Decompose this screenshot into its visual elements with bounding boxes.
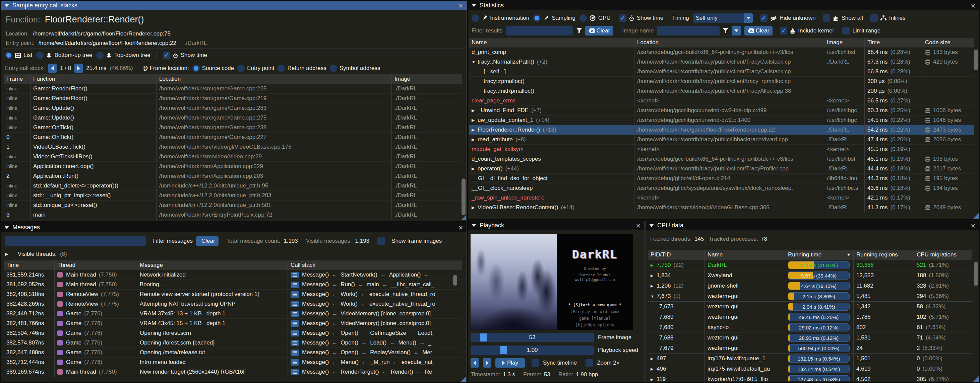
- stats-row[interactable]: module_get_kallsym<kernel><kernel>45.5 m…: [469, 144, 974, 154]
- resize-grip[interactable]: [461, 215, 466, 220]
- show-time-toggle[interactable]: ✓Show time: [163, 52, 207, 59]
- column-header-code-size[interactable]: Code size: [922, 38, 974, 47]
- expander-closed[interactable]: ▶: [472, 128, 477, 132]
- message-row[interactable]: 382,449,712nsGame(7,776)VRAM 37x45: 13 +…: [4, 309, 462, 318]
- call-stack-button[interactable]: [291, 301, 299, 307]
- view-mode-list[interactable]: List: [5, 52, 32, 59]
- message-row[interactable]: 382,574,807nsGame(7,776)Opening /forest.…: [4, 338, 462, 348]
- toggle-hide-unknown[interactable]: ✓Hide unknown: [760, 14, 816, 22]
- call-stack-button[interactable]: [291, 330, 299, 337]
- limit-range-toggle[interactable]: Limit range: [842, 27, 880, 35]
- column-header-pid/tid[interactable]: PID/TID: [648, 250, 705, 260]
- frame-location-entry-point[interactable]: Entry point: [237, 65, 274, 72]
- column-header-message[interactable]: Message: [137, 261, 288, 270]
- call-stack-button[interactable]: [291, 359, 299, 366]
- message-row[interactable]: 381,692,052nsMain thread(7,750)Booting..…: [4, 280, 462, 289]
- column-header-thread[interactable]: Thread: [55, 261, 137, 270]
- play-button[interactable]: Play: [495, 358, 525, 367]
- image-filter-dropdown-button[interactable]: [732, 26, 741, 35]
- table-row[interactable]: inlineGame::OnTick()/home/wolf/darkrl/sr…: [4, 122, 462, 132]
- clear-filter-button[interactable]: Clear: [585, 26, 614, 35]
- stats-row[interactable]: tracy::rpmalloc()/home/wolf/darkrl/contr…: [469, 76, 974, 86]
- table-row[interactable]: inlineGame::Update()/home/wolf/darkrl/sr…: [4, 103, 462, 113]
- table-row[interactable]: inlinestd::unique_ptr<>::reset()/usr/inc…: [4, 200, 462, 210]
- show-time-checkbox[interactable]: ✓: [619, 14, 627, 22]
- zoom-2x-checkbox[interactable]: [585, 359, 593, 367]
- expander-closed[interactable]: ▶: [472, 108, 477, 113]
- stats-row[interactable]: ▶VideoGLBase::RenderContent()(+14)/home/…: [469, 203, 974, 212]
- include-kernel-toggle[interactable]: ✓Include kernel: [780, 27, 834, 35]
- expander-open[interactable]: ▼: [651, 294, 657, 298]
- table-row[interactable]: inlineApplication::InnerLoop()/home/wolf…: [4, 161, 462, 171]
- table-row[interactable]: inlineGame::RenderFloor()/home/wolf/dark…: [4, 93, 462, 103]
- column-header-image[interactable]: Image: [824, 38, 865, 47]
- collapse-icon[interactable]: [649, 224, 654, 227]
- expander-closed[interactable]: ▶: [651, 356, 657, 361]
- cpu-row[interactable]: ▼7,673(5)wezterm-gui2.15 s (8.86%)5,4852…: [648, 291, 972, 301]
- stats-row[interactable]: __GI__dl_find_dso_for_object/usr/src/deb…: [469, 173, 974, 183]
- call-stack-button[interactable]: [291, 320, 299, 327]
- table-row[interactable]: inlineVideo::GetTicksHiRes()/home/wolf/d…: [4, 152, 462, 161]
- message-row[interactable]: 389,169,674nsMain thread(7,750)New rende…: [4, 367, 462, 377]
- column-header-cpu-migrations[interactable]: CPU migrations: [914, 250, 972, 260]
- function-name[interactable]: FloorRenderer::Render(): [45, 14, 144, 25]
- call-stack-button[interactable]: [291, 291, 299, 298]
- message-row[interactable]: 382,481,766nsGame(7,776)VRAM 43x45: 15 +…: [4, 318, 462, 328]
- frame-image-slider[interactable]: 53: [471, 333, 594, 342]
- message-row[interactable]: 382,428,269nsRemoteView(7,775)Attempting…: [4, 299, 462, 309]
- frame-location-symbol-address[interactable]: Symbol address: [330, 65, 380, 72]
- stats-row[interactable]: [ - self - ]/home/wolf/darkrl/contrib/tr…: [469, 66, 974, 76]
- resize-grip[interactable]: [461, 376, 466, 381]
- playback-titlebar[interactable]: Playback ✕: [468, 221, 644, 230]
- table-row[interactable]: inlinestd::__uniq_ptr_impl<>::reset()/us…: [4, 190, 462, 200]
- stats-row[interactable]: ▼tracy::NormalizePath()(+2)/home/wolf/da…: [469, 57, 974, 66]
- call-stack-button[interactable]: [291, 340, 299, 346]
- show-time-checkbox[interactable]: ✓: [163, 52, 170, 59]
- image-name-input[interactable]: [657, 26, 719, 35]
- clear-image-filter-button[interactable]: Clear: [745, 26, 773, 35]
- call-stack-button[interactable]: [291, 311, 299, 317]
- call-stack-button[interactable]: [291, 282, 299, 288]
- cpu-titlebar[interactable]: CPU data ✕: [646, 221, 979, 230]
- messages-titlebar[interactable]: Messages ✕: [1, 223, 466, 232]
- expander-closed[interactable]: ▶: [651, 377, 657, 381]
- call-stack-button[interactable]: [291, 272, 299, 278]
- close-icon[interactable]: ✕: [970, 222, 976, 229]
- prev-frame-button[interactable]: [471, 358, 479, 367]
- entry-value[interactable]: /home/wolf/darkrl/src/game/floor/FloorRe…: [38, 40, 176, 46]
- collapse-icon[interactable]: [4, 226, 9, 229]
- cpu-row[interactable]: ▶497irq/176-iwlwifi:queue_1132.15 ms (0.…: [648, 353, 972, 364]
- next-frame-button[interactable]: [483, 358, 492, 367]
- stats-show-time-toggle[interactable]: ✓Show time: [619, 14, 663, 22]
- playback-speed-slider[interactable]: 1.00: [471, 345, 594, 355]
- call-stack-button[interactable]: [291, 369, 299, 375]
- timing-combo[interactable]: Self only: [693, 13, 753, 23]
- next-call-stack-button[interactable]: [75, 63, 83, 73]
- stats-row[interactable]: ▶uw_update_context_1(+14)/usr/src/debug/…: [469, 115, 974, 125]
- toggle-show-all[interactable]: Show all: [823, 14, 863, 22]
- close-icon[interactable]: ✕: [458, 224, 463, 232]
- show-all-checkbox[interactable]: [823, 14, 830, 22]
- inlines-checkbox[interactable]: [870, 14, 878, 22]
- message-row[interactable]: 382,504,746nsGame(7,776)Opening /forest.…: [4, 328, 462, 338]
- expander-closed[interactable]: ▶: [651, 263, 657, 267]
- message-row[interactable]: 382,712,444nsGame(7,776)Intro menu loade…: [4, 357, 462, 367]
- cpu-row[interactable]: ▶1,834Xwayland9.57 s (39.44%)12,553188(1…: [648, 270, 972, 280]
- table-row[interactable]: 0Game::OnTick()/home/wolf/darkrl/src/gam…: [4, 132, 462, 142]
- cpu-row[interactable]: 7,679wezterm-gui500.94 µs (0.00%)242(8.3…: [648, 343, 972, 353]
- stats-row[interactable]: ▶FloorRenderer::Render()(+13)/home/wolf/…: [469, 125, 974, 135]
- close-icon[interactable]: ✕: [970, 2, 976, 10]
- expander-closed[interactable]: ▶: [651, 274, 657, 278]
- collapse-icon[interactable]: [4, 4, 9, 7]
- column-header-function[interactable]: Function: [30, 74, 156, 84]
- table-row[interactable]: inlineGame::RenderFloor()/home/wolf/dark…: [4, 84, 462, 93]
- message-row[interactable]: 382,408,518nsRemoteView(7,775)Remote vie…: [4, 289, 462, 299]
- stats-row[interactable]: d_count_templates_scopes/usr/src/debug/g…: [469, 154, 974, 164]
- prev-call-stack-button[interactable]: [48, 63, 57, 73]
- table-row[interactable]: 3main/home/wolf/darkrl/src/EntryPointPos…: [4, 210, 462, 220]
- cpu-row[interactable]: ▶1,206(12)gnome-shell4.64 s (19.10%)11,6…: [648, 280, 972, 291]
- cpu-row[interactable]: 7,688wezterm-gui28.93 ms (0.12%)1,53171(…: [648, 332, 972, 343]
- clear-messages-button[interactable]: Clear: [196, 236, 218, 246]
- location-value[interactable]: /home/wolf/darkrl/src/game/floor/FloorRe…: [33, 30, 170, 37]
- limit-range-checkbox[interactable]: [842, 27, 850, 35]
